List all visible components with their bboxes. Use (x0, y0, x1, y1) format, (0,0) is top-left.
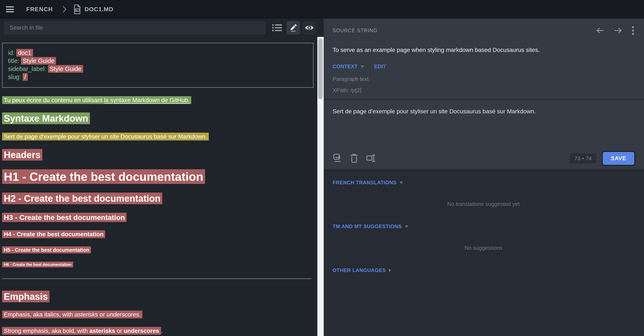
markdown-file-icon: M↓ (74, 5, 81, 14)
doc-block: Sert de page d'exemple pour styliser un … (2, 133, 314, 140)
frontmatter-key: title: (8, 57, 21, 64)
scrollbar-track[interactable] (317, 37, 324, 336)
doc-block: Strong emphasis, aka bold, with asterisk… (2, 327, 314, 334)
doc-string[interactable]: H1 - Create the best documentation (2, 169, 205, 184)
previous-string-button[interactable] (595, 27, 605, 34)
preview-mode-button[interactable] (302, 21, 316, 35)
doc-block: Emphasis (2, 291, 314, 302)
doc-string[interactable]: Headers (2, 149, 42, 160)
chevron-down-icon[interactable] (360, 65, 364, 68)
doc-string[interactable]: H4 - Create the best documentation (2, 230, 105, 238)
arrow-left-icon (595, 27, 605, 34)
doc-block: H3 - Create the best documentation (2, 213, 314, 222)
french-translations-toggle[interactable]: FRENCH TRANSLATIONS (332, 180, 634, 186)
doc-block: Tu peux écrire du contenu en utilisant l… (2, 97, 314, 104)
more-options-button[interactable] (632, 26, 634, 35)
doc-text: Headers (4, 149, 40, 160)
other-languages-title: OTHER LANGUAGES (332, 267, 386, 273)
doc-text: H5 - Create the best documentation (4, 247, 89, 253)
translation-input[interactable]: Sert de page d'exemple pour styliser un … (332, 108, 634, 115)
divider (2, 278, 312, 279)
scrollbar-thumb[interactable] (318, 39, 323, 99)
doc-text: Sert de page d'exemple pour styliser un … (4, 133, 207, 140)
breadcrumb-file[interactable]: M↓ DOC1.MD (74, 5, 114, 14)
frontmatter-key: slug: (8, 74, 23, 80)
frontmatter-value-string[interactable]: doc1 (16, 49, 33, 57)
breadcrumb-file-label: DOC1.MD (85, 6, 114, 13)
document-content: id: doc1title: Style Guidesidebar_label:… (0, 37, 317, 336)
doc-string[interactable]: Tu peux écrire du contenu en utilisant l… (2, 96, 191, 104)
doc-text: asterisks (75, 311, 98, 318)
doc-string[interactable]: H2 - Create the best documentation (2, 193, 162, 204)
french-translations-title: FRENCH TRANSLATIONS (332, 180, 396, 186)
tm-mt-suggestions-toggle[interactable]: TM AND MT SUGGESTIONS (332, 224, 634, 229)
rename-string-button[interactable] (366, 153, 376, 163)
doc-string[interactable]: Emphasis (2, 291, 50, 302)
other-languages-toggle[interactable]: OTHER LANGUAGES (332, 267, 634, 273)
next-string-button[interactable] (614, 27, 623, 34)
doc-text: Emphasis (4, 291, 48, 302)
doc-string[interactable]: Syntaxe Markdown (2, 112, 90, 124)
doc-text: H3 - Create the best documentation (4, 213, 125, 221)
doc-string[interactable]: H5 - Create the best documentation (2, 246, 91, 253)
suggestions-section: FRENCH TRANSLATIONS No translations sugg… (324, 170, 644, 273)
eye-icon (305, 24, 314, 31)
edit-mode-button[interactable] (286, 21, 300, 35)
frontmatter-value-string[interactable]: Style Guide (48, 65, 83, 73)
copy-source-button[interactable] (332, 153, 342, 163)
trash-icon (350, 153, 358, 163)
text-cursor-icon (366, 153, 376, 163)
context-xpath: XPath: /p[2] (332, 87, 634, 94)
doc-string[interactable]: H6 - Create the best documentation (2, 262, 73, 267)
doc-text: H1 - Create the best documentation (4, 170, 203, 183)
frontmatter-value-string[interactable]: Style Guide (21, 57, 56, 65)
frontmatter-line: sidebar_label: Style Guide (8, 65, 309, 73)
save-button[interactable]: SAVE (603, 152, 634, 165)
doc-text: underscores (124, 327, 159, 334)
frontmatter-key: sidebar_label: (8, 65, 48, 72)
translation-toolbar: 73 • 74 SAVE (332, 152, 634, 165)
doc-string[interactable]: Sert de page d'exemple pour styliser un … (2, 133, 209, 140)
frontmatter-box: id: doc1title: Style Guidesidebar_label:… (2, 43, 314, 88)
doc-text: or (98, 311, 106, 318)
tm-mt-suggestions-title: TM AND MT SUGGESTIONS (332, 224, 402, 229)
doc-text: . (161, 327, 163, 334)
source-string-text: To serve as an example page when styling… (332, 47, 634, 53)
doc-link[interactable]: la syntaxe Markdown de GitHub. (104, 97, 190, 103)
delete-translation-button[interactable] (350, 153, 358, 163)
search-input[interactable] (4, 21, 266, 35)
doc-string[interactable]: H3 - Create the best documentation (2, 213, 126, 222)
edit-context-button[interactable]: EDIT (374, 64, 386, 70)
doc-block: Emphasis, aka italics, with asterisks or… (2, 311, 314, 318)
frontmatter-line: title: Style Guide (8, 57, 309, 65)
string-list-view-button[interactable] (270, 21, 284, 35)
doc-block: H5 - Create the best documentation (2, 247, 314, 253)
doc-block: H6 - Create the best documentation (2, 262, 314, 267)
doc-text: asterisks (90, 327, 115, 334)
doc-block: H2 - Create the best documentation (2, 193, 314, 204)
svg-text:M↓: M↓ (76, 9, 78, 12)
chevron-down-icon (405, 225, 408, 228)
copy-source-icon (332, 153, 342, 163)
doc-text: . (139, 311, 141, 318)
doc-text: or (115, 327, 124, 334)
search-row (0, 19, 324, 37)
menu-icon[interactable] (6, 6, 14, 12)
doc-text: Tu peux écrire du contenu en utilisant (4, 97, 104, 103)
frontmatter-key: id: (8, 49, 16, 56)
doc-block: H4 - Create the best documentation (2, 231, 314, 238)
doc-block: H1 - Create the best documentation (2, 170, 314, 184)
context-type: Paragraph text (332, 76, 634, 82)
context-dropdown[interactable]: CONTEXT (332, 64, 358, 70)
kebab-menu-icon (632, 26, 634, 35)
document-blocks: Tu peux écrire du contenu en utilisant l… (2, 97, 314, 334)
breadcrumb-project[interactable]: FRENCH (26, 6, 53, 13)
doc-string[interactable]: Strong emphasis, aka bold, with asterisk… (2, 327, 161, 335)
doc-text: Strong emphasis, aka bold, with (4, 327, 90, 334)
frontmatter-value-string[interactable]: / (23, 73, 28, 81)
pencil-icon (289, 24, 298, 32)
doc-text: H6 - Create the best documentation (4, 262, 72, 267)
arrow-right-icon (614, 27, 623, 34)
doc-string[interactable]: Emphasis, aka italics, with asterisks or… (2, 310, 142, 318)
translation-pane: SOURCE STRING (324, 19, 644, 336)
